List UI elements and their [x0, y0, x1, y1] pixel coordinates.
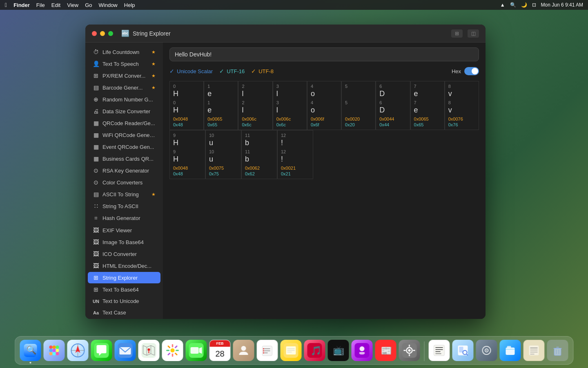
- svg-rect-24: [191, 347, 199, 354]
- menubar-go[interactable]: Go: [85, 2, 92, 8]
- char-grid-row-2: 9 H 9 H 0x0048 0x48 10 u 10 u 0x0075: [169, 130, 479, 179]
- dock-mail[interactable]: [115, 340, 136, 361]
- dock-automator[interactable]: ⚙: [476, 340, 497, 361]
- sidebar-label-data-size: Data Size Converter: [102, 108, 156, 114]
- string-input[interactable]: [169, 47, 479, 61]
- menubar-file[interactable]: File: [36, 2, 45, 8]
- svg-point-33: [263, 352, 264, 354]
- utf16-label: UTF-16: [227, 68, 245, 74]
- sidebar-item-barcode-gen[interactable]: ▤ Barcode Gener... ★: [88, 82, 160, 93]
- sidebar-item-string-to-ascii[interactable]: ∷ String To ASCII: [88, 200, 160, 212]
- utf16-option[interactable]: ✓ UTF-16: [219, 68, 245, 74]
- sidebar-label-image-to-base64: Image To Base64: [102, 239, 156, 245]
- search-icon[interactable]: 🔍: [510, 2, 516, 8]
- dock-podcasts[interactable]: [352, 340, 373, 361]
- sidebar-item-exif-viewer[interactable]: 🖼 EXIF Viewer: [88, 224, 160, 236]
- unicode-scalar-label: Unicode Scalar: [177, 68, 213, 74]
- sidebar-item-event-qrcode[interactable]: ▦ Event QRCode Gen...: [88, 141, 160, 153]
- main-window: 🔤 String Explorer ⊞ ◫ ⏱ Life Countdown ★…: [85, 25, 486, 319]
- menubar-view[interactable]: View: [67, 2, 78, 8]
- traffic-lights: [92, 31, 113, 36]
- svg-point-26: [241, 346, 246, 351]
- sidebar-label-html-encode: HTML Encode/Dec...: [102, 263, 156, 269]
- dock-messages[interactable]: [91, 340, 112, 361]
- window-title-icon: 🔤: [121, 29, 129, 37]
- text-to-unicode-icon: UN: [93, 299, 99, 304]
- utf8-option[interactable]: ✓ UTF-8: [251, 68, 274, 74]
- sidebar-item-lorem-ipsum[interactable]: ⊞ Lorem Ipsum Gener...: [88, 319, 160, 319]
- sidebar-item-ascii-to-string[interactable]: ▤ ASCII To String ★: [88, 188, 160, 200]
- grid-view-button[interactable]: ⊞: [451, 29, 463, 38]
- apple-menu[interactable]: : [5, 2, 7, 8]
- dock-news[interactable]: 📰: [375, 340, 396, 361]
- sidebar-item-wifi-qrcode[interactable]: ▦ WiFi QRCode Gener...: [88, 129, 160, 141]
- sidebar-item-life-countdown[interactable]: ⏱ Life Countdown ★: [88, 46, 160, 58]
- sidebar-item-text-to-speech[interactable]: 👤 Text To Speech ★: [88, 58, 160, 70]
- controlcenter-icon[interactable]: ⊡: [532, 2, 536, 8]
- menubar-app-name[interactable]: Finder: [13, 2, 30, 8]
- close-button[interactable]: [92, 31, 97, 36]
- dock-files[interactable]: [500, 340, 521, 361]
- menubar-help[interactable]: Help: [124, 2, 135, 8]
- sidebar-item-business-cards[interactable]: ▦ Business Cards QR...: [88, 153, 160, 164]
- dock-appletv[interactable]: 📺: [328, 340, 349, 361]
- svg-point-8: [56, 349, 59, 352]
- unicode-scalar-option[interactable]: ✓ Unicode Scalar: [169, 68, 213, 74]
- dock-facetime[interactable]: [186, 340, 207, 361]
- sidebar-item-px-rem[interactable]: ⊞ PX/REM Conver... ★: [88, 70, 160, 81]
- sidebar-item-data-size[interactable]: 🖨 Data Size Converter: [88, 105, 160, 117]
- dock-preview[interactable]: [452, 340, 474, 361]
- svg-point-44: [360, 346, 365, 351]
- svg-point-7: [53, 349, 56, 352]
- calendar-date-label: 28: [215, 350, 224, 358]
- dock-music[interactable]: 🎵: [304, 340, 325, 361]
- menubar-window[interactable]: Window: [99, 2, 118, 8]
- dock-reminders[interactable]: [257, 340, 278, 361]
- dock-trash[interactable]: [547, 340, 568, 361]
- text-to-base64-icon: ⊞: [93, 286, 99, 293]
- sidebar-item-random-number[interactable]: ⊕ Random Number G...: [88, 94, 160, 105]
- input-bar: [163, 43, 486, 65]
- sidebar-item-hash-generator[interactable]: ⌗ Hash Generator: [88, 212, 160, 224]
- char-cell-7: 7 e 7 e 0x0065 0x65: [410, 81, 445, 130]
- sidebar-item-text-to-base64[interactable]: ⊞ Text To Base64: [88, 284, 160, 295]
- dock-maps[interactable]: [138, 340, 160, 361]
- star-barcode-gen: ★: [151, 85, 156, 90]
- dock-contacts[interactable]: [233, 340, 254, 361]
- dock-textedit[interactable]: [429, 340, 450, 361]
- sidebar-item-ico-converter[interactable]: 🖼 ICO Converter: [88, 248, 160, 260]
- ico-converter-icon: 🖼: [93, 251, 99, 257]
- menubar-edit[interactable]: Edit: [51, 2, 60, 8]
- sidebar-toggle-button[interactable]: ◫: [468, 29, 479, 38]
- datetime: Mon Jun 6 9:41 AM: [541, 2, 583, 8]
- dock-safari[interactable]: [67, 340, 89, 361]
- data-size-icon: 🖨: [93, 108, 99, 114]
- dock-launchpad[interactable]: [44, 340, 65, 361]
- dock-newspaper[interactable]: [523, 340, 545, 361]
- star-life-countdown: ★: [151, 49, 156, 55]
- sidebar-item-image-to-base64[interactable]: 🖼 Image To Base64: [88, 236, 160, 248]
- sidebar-item-string-explorer[interactable]: ⊞ String Explorer: [88, 272, 160, 283]
- dock-finder[interactable]: 🔍: [20, 340, 41, 361]
- maximize-button[interactable]: [108, 31, 113, 36]
- minimize-button[interactable]: [100, 31, 105, 36]
- dock-system-prefs[interactable]: [399, 340, 420, 361]
- sidebar-item-html-encode[interactable]: 🖼 HTML Encode/Dec...: [88, 260, 160, 272]
- sidebar: ⏱ Life Countdown ★ 👤 Text To Speech ★ ⊞ …: [85, 43, 163, 319]
- hex-toggle-switch[interactable]: [464, 67, 479, 75]
- sidebar-item-qrcode-reader[interactable]: ▦ QRCode Reader/Ge...: [88, 117, 160, 129]
- svg-rect-72: [555, 348, 561, 355]
- sidebar-label-exif-viewer: EXIF Viewer: [102, 227, 156, 233]
- text-to-speech-icon: 👤: [93, 61, 99, 67]
- string-explorer-icon: ⊞: [93, 274, 99, 281]
- dock-calendar[interactable]: FEB 28: [209, 340, 231, 361]
- menubar:  Finder File Edit View Go Window Help ▲…: [0, 0, 588, 10]
- sidebar-label-ascii-to-string: ASCII To String: [102, 191, 148, 197]
- sidebar-item-color-converters[interactable]: ⊙ Color Converters: [88, 177, 160, 188]
- dock-photos[interactable]: [162, 340, 183, 361]
- svg-point-31: [263, 348, 264, 350]
- sidebar-item-text-to-unicode[interactable]: UN Text to Unicode: [88, 296, 160, 307]
- sidebar-item-text-case[interactable]: Aa Text Case: [88, 307, 160, 318]
- sidebar-item-rsa-key[interactable]: ⊙ RSA Key Generator: [88, 165, 160, 176]
- dock-notes[interactable]: [281, 340, 302, 361]
